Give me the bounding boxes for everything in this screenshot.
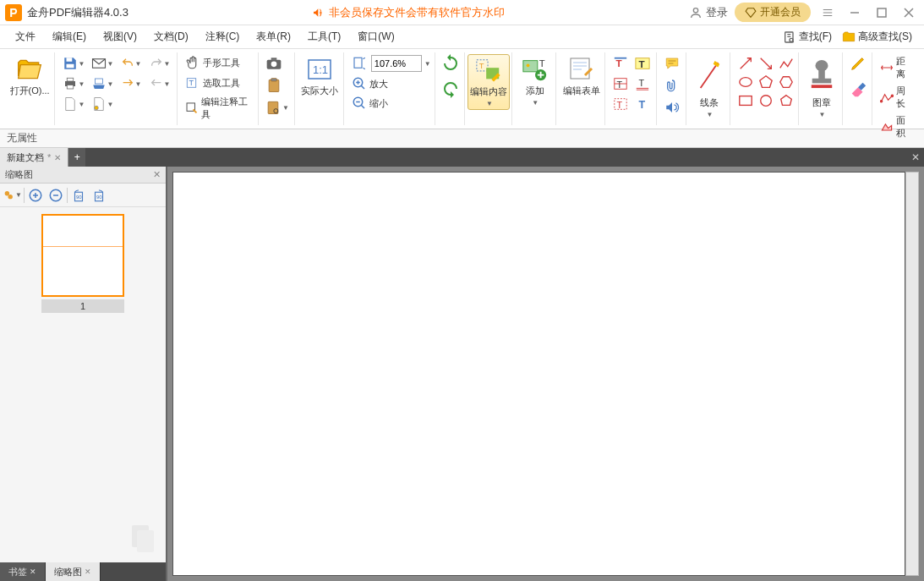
menu-edit[interactable]: 编辑(E) <box>44 26 95 47</box>
text-overline-button[interactable]: T <box>610 54 631 73</box>
sidebar-options-button[interactable]: ▼ <box>3 186 22 205</box>
bookmark-tab[interactable]: 书签✕ <box>0 562 46 581</box>
rotate-ccw-button[interactable] <box>440 54 461 73</box>
add-tab-button[interactable]: + <box>68 148 85 167</box>
arrow-down-shape-button[interactable] <box>756 54 776 73</box>
undo-button[interactable]: ▼ <box>118 54 145 73</box>
pentagon2-button[interactable] <box>776 91 796 110</box>
distance-button[interactable]: 距离 <box>878 54 916 81</box>
document-page[interactable] <box>172 172 905 576</box>
underline-double-button[interactable]: T <box>632 74 653 93</box>
sound-button[interactable] <box>662 98 682 117</box>
highlight-text-button[interactable]: T <box>632 54 653 73</box>
find-button[interactable]: 查找(F) <box>778 27 837 47</box>
redo-icon <box>150 57 163 70</box>
comment-icon <box>664 56 681 71</box>
text-overline-icon: T <box>613 56 628 71</box>
area-button[interactable]: 面积 <box>878 113 916 140</box>
add-icon: T <box>522 57 549 82</box>
zoom-out-button[interactable]: 缩小 <box>349 95 431 112</box>
thumbnail-page-1[interactable]: 1 <box>41 214 124 313</box>
new-page-star-button[interactable]: ▼ <box>89 95 116 113</box>
blank-page-icon <box>63 96 78 112</box>
attachment-button[interactable] <box>662 76 682 95</box>
fit-page-button[interactable] <box>349 54 369 73</box>
forward-button[interactable]: ▼ <box>118 74 145 93</box>
actual-size-button[interactable]: 1:1 实际大小 <box>298 54 342 99</box>
svg-point-46 <box>761 96 772 107</box>
email-button[interactable]: ▼ <box>89 54 116 73</box>
print-button[interactable]: ▼ <box>60 74 87 93</box>
menu-view[interactable]: 视图(V) <box>95 26 145 47</box>
arrow-shape-button[interactable] <box>735 54 756 73</box>
menu-comment[interactable]: 注释(C) <box>197 26 249 47</box>
stamp-button[interactable]: 图章▼ <box>805 54 839 120</box>
polyline-icon <box>779 56 794 71</box>
circle-button[interactable] <box>756 91 776 110</box>
plus-circle-icon <box>28 188 43 203</box>
clipboard-button[interactable] <box>264 76 284 95</box>
ellipse-button[interactable] <box>735 73 756 91</box>
rectangle-button[interactable] <box>735 91 756 110</box>
save-button[interactable]: ▼ <box>60 54 87 73</box>
zoom-in-button[interactable]: 放大 <box>349 75 431 92</box>
menu-document[interactable]: 文档(D) <box>145 26 197 47</box>
open-button[interactable]: 打开(O)... <box>7 54 53 99</box>
strikethrough-button[interactable]: T <box>610 74 631 93</box>
document-tab[interactable]: 新建文档 * ✕ <box>0 148 68 167</box>
hand-tool-button[interactable]: 手形工具 <box>183 54 254 71</box>
canvas-area <box>167 167 924 581</box>
select-tool-button[interactable]: T 选取工具 <box>183 74 254 91</box>
folder-search-icon <box>842 30 856 44</box>
menu-file[interactable]: 文件 <box>7 26 44 47</box>
svg-rect-45 <box>740 96 752 106</box>
thumbnail-tab[interactable]: 缩略图✕ <box>46 562 101 581</box>
pentagon-button[interactable] <box>756 73 776 91</box>
svg-rect-62 <box>137 530 154 552</box>
zoom-dropdown[interactable]: ▼ <box>424 60 431 68</box>
rotate-right-icon: 90 <box>91 188 107 203</box>
sidebar-zoom-out-button[interactable] <box>46 186 65 205</box>
hexagon-button[interactable] <box>776 73 796 91</box>
text-bg-button[interactable]: T <box>610 95 631 113</box>
svg-rect-19 <box>271 79 276 81</box>
edit-content-button[interactable]: T 编辑内容▼ <box>467 54 510 110</box>
circle-icon <box>758 93 774 108</box>
edit-form-button[interactable]: 编辑表单 <box>560 54 604 99</box>
sidebar-rotate-left-button[interactable]: 90 <box>69 186 88 205</box>
scan-button[interactable]: ▼ <box>89 74 116 93</box>
maximize-button[interactable] <box>872 3 892 23</box>
menu-window[interactable]: 窗口(W) <box>349 26 402 47</box>
eraser-button[interactable] <box>848 79 868 98</box>
snapshot-button[interactable] <box>264 54 284 73</box>
close-button[interactable] <box>899 3 919 23</box>
add-button[interactable]: T 添加▼ <box>518 54 552 108</box>
tab-close-icon[interactable]: ✕ <box>54 153 61 162</box>
edit-annotation-tool-button[interactable]: 编辑注释工具 <box>183 95 254 122</box>
lines-button[interactable]: 线条▼ <box>692 54 726 120</box>
perimeter-button[interactable]: 周长 <box>878 84 916 111</box>
sidebar-close-icon[interactable]: ✕ <box>153 169 161 180</box>
close-all-tabs-button[interactable]: ✕ <box>907 148 924 167</box>
hamburger-menu-button[interactable] <box>817 3 838 23</box>
sidebar-zoom-in-button[interactable] <box>26 186 45 205</box>
find-icon <box>783 30 796 44</box>
redo-button[interactable]: ▼ <box>146 54 173 73</box>
zoom-input[interactable] <box>371 55 422 72</box>
vertical-scrollbar[interactable] <box>905 172 919 576</box>
rotate-cw-button[interactable] <box>440 79 461 98</box>
advanced-find-button[interactable]: 高级查找(S) <box>837 27 917 47</box>
pencil-button[interactable] <box>848 54 868 73</box>
menu-form[interactable]: 表单(R) <box>248 26 299 47</box>
minimize-button[interactable] <box>845 3 865 23</box>
sidebar-rotate-right-button[interactable]: 90 <box>90 186 108 205</box>
login-button[interactable]: 登录 <box>689 5 728 20</box>
text-color-button[interactable]: T <box>632 95 653 113</box>
vip-button[interactable]: 开通会员 <box>735 3 811 22</box>
blank-page-button[interactable]: ▼ <box>60 95 87 113</box>
back-button[interactable]: ▼ <box>146 74 173 93</box>
menu-tools[interactable]: 工具(T) <box>299 26 349 47</box>
polyline-button[interactable] <box>776 54 796 73</box>
comment-button[interactable] <box>662 54 682 73</box>
clipboard-find-button[interactable]: ▼ <box>264 98 291 117</box>
